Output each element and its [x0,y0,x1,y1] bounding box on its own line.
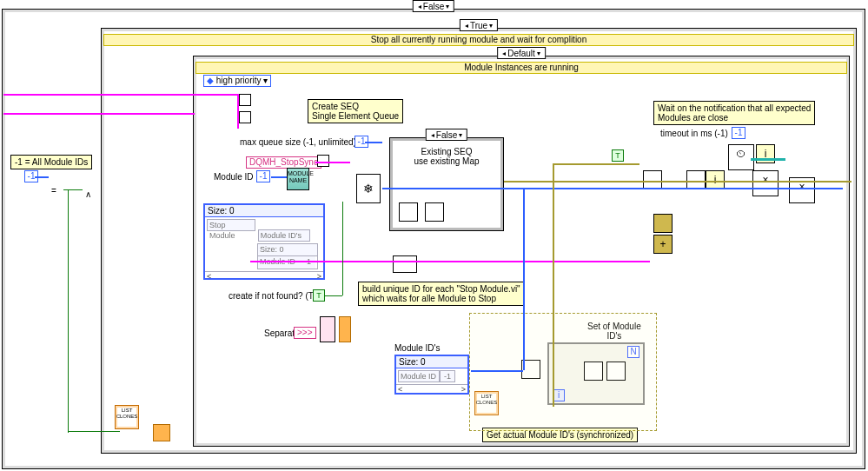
selector-down-icon[interactable]: ▾ [457,131,464,139]
wire-error [3,94,238,96]
module-ids-cell-value[interactable]: -1 [440,370,455,382]
stop-module-cluster[interactable]: Size: 0 Stop Module Module ID's Size: 0 … [203,203,325,280]
outer-case-selector[interactable]: ◂ False ▾ [413,0,454,12]
cluster-sub-size: Size: 0 [258,244,317,256]
const-dqmh-stopsync[interactable]: DQMH_StopSync [246,156,321,169]
clock-icon: ⏲ [729,145,753,163]
cluster-field-ids: Module ID's [258,229,310,242]
dequeue-node [643,170,662,189]
outer-case-value: False [423,2,444,11]
wire-ref [504,181,851,182]
comment-all-module-ids: -1 = All Module IDs [10,155,92,169]
info-node-b: i [706,170,725,189]
wire-i32 [271,176,287,178]
seq-case: ◂ False ▾ Existing SEQ use existing Map [389,137,504,231]
wire-bool [342,202,343,295]
scroll-right-icon[interactable]: > [461,385,466,395]
module-ids-hscroll[interactable]: < > [396,384,467,395]
selector-down-icon[interactable]: ▾ [487,22,494,30]
and-node: ∧ [83,185,98,204]
cluster-hscroll[interactable]: < > [205,271,323,282]
label-module-ids: Module ID's [394,343,441,353]
high-priority-label: high priority [216,76,262,85]
seq-sub-a [399,202,418,222]
label-timeout: timeout in ms (-1) [660,129,728,138]
wire-notifier [751,158,785,161]
selector-left-icon[interactable]: ◂ [463,22,470,30]
inner-title: Module Instances are running [195,62,847,74]
obtain-notifier [393,255,417,273]
wire-bool [63,189,83,190]
sync-group-frame [469,313,657,431]
block-diagram: ◂ False ▾ -1 = All Module IDs -1 = ∧ ◂ T… [0,0,868,471]
wire-i32 [523,189,525,370]
wire-error [3,113,195,115]
selector-down-icon[interactable]: ▾ [535,50,542,57]
mid-case-value: True [470,21,487,30]
cluster-sub-value[interactable]: -1 [300,256,315,269]
module-ids-array[interactable]: Size: 0 Module ID -1 < > [394,355,469,395]
close-icon: × [753,171,778,189]
wire-bool [68,431,120,432]
list-clones-text: LIST CLONES [116,408,138,419]
tip-build-unique-id: build unique ID for each "Stop Module.vi… [358,282,525,306]
tip-create-seq: Create SEQ Single Element Queue [308,99,403,123]
equals-icon: = [51,186,56,196]
inner-case-selector[interactable]: ◂ Default ▾ [497,47,546,59]
module-ids-cell-label: Module ID [398,370,440,382]
queue-helper-a [239,94,251,106]
scroll-right-icon[interactable]: > [317,272,321,282]
seq-case-text: Existing SEQ use existing Map [390,147,503,166]
label-max-queue-size: max queue size (-1, unlimited) [240,137,356,147]
wire-i32 [471,370,523,372]
info-icon: i [706,171,724,189]
enqueue-node [686,170,706,189]
label-module-id: Module ID [214,172,254,182]
selector-down-icon[interactable]: ▾ [444,3,451,10]
cluster-size: Size: 0 [205,205,323,217]
concat-strings [320,316,335,342]
wire-error [250,261,650,262]
label-create-if-not-found: create if not found? (T) [229,291,316,301]
wire-bool [68,189,69,433]
tip-wait-notify: Wait on the notification that all expect… [653,101,815,125]
equals-node: = [49,182,64,201]
wire-error [237,94,239,129]
build-path [339,316,351,342]
release-queue-node: × [752,170,779,196]
plus-node: + [653,235,673,254]
wire-ref [553,163,554,407]
const-separator[interactable]: >>> [294,327,316,339]
list-clones-outer: LIST CLONES [115,405,139,429]
mid-title: Stop all currently running module and wa… [103,34,854,46]
and-icon: ∧ [85,189,91,199]
selector-left-icon[interactable]: ◂ [416,3,423,10]
wire-error [315,162,350,163]
wire-ref [553,163,639,165]
chevron-down-icon[interactable]: ▾ [263,76,268,85]
inner-case-value: Default [507,49,535,58]
const-true-right[interactable]: T [612,149,624,162]
seq-case-value: False [436,130,457,140]
wire-i32 [382,188,843,189]
seq-sub-b [425,202,444,222]
scroll-left-icon[interactable]: < [207,272,211,282]
const-module-id[interactable]: -1 [256,170,270,182]
const-create-true[interactable]: T [313,289,325,302]
selector-left-icon[interactable]: ◂ [500,50,507,57]
module-ids-size: Size: 0 [396,356,467,368]
str-helper [317,155,329,167]
selector-left-icon[interactable]: ◂ [429,131,436,139]
wire-i32 [35,176,49,178]
high-priority-enum[interactable]: ◆ high priority ▾ [203,75,271,87]
scroll-left-icon[interactable]: < [398,385,402,395]
const-timeout[interactable]: -1 [732,127,745,139]
queue-helper-b [239,111,251,123]
add-map [653,214,673,233]
seq-case-selector[interactable]: ◂ False ▾ [426,129,467,141]
plus-icon: + [654,236,672,253]
seq-icon: ❄ [357,175,380,202]
wire-bool [325,295,342,296]
mid-case-selector[interactable]: ◂ True ▾ [460,19,498,31]
wait-notification-node: ⏲ [728,144,754,170]
